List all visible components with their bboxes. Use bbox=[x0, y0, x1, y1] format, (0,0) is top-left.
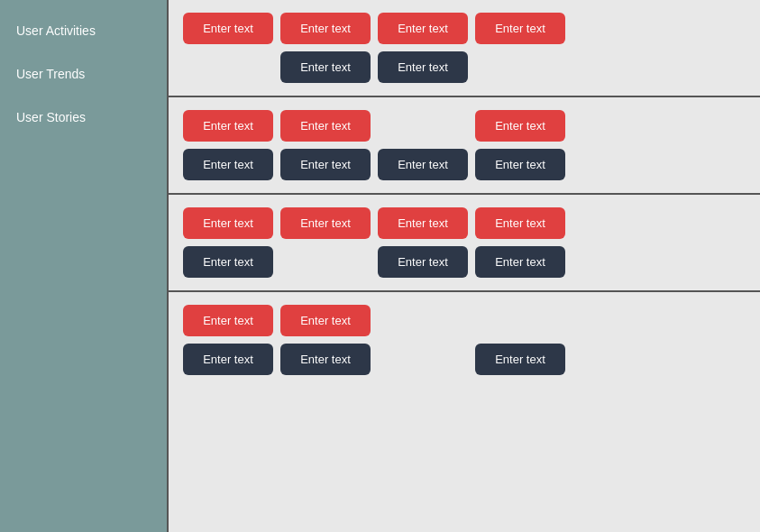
button-3-0-1[interactable]: Enter text bbox=[280, 305, 371, 336]
button-0-1-2[interactable]: Enter text bbox=[378, 51, 468, 83]
button-1-1-2[interactable]: Enter text bbox=[378, 149, 468, 180]
button-row-3-0: Enter textEnter textEnter textEnter text bbox=[183, 305, 746, 336]
button-1-0-3[interactable]: Enter text bbox=[475, 110, 565, 142]
button-0-1-1[interactable]: Enter text bbox=[280, 51, 371, 83]
sidebar-item-user-trends[interactable]: User Trends bbox=[0, 52, 167, 96]
section-0: Enter textEnter textEnter textEnter text… bbox=[169, 0, 760, 97]
button-row-0-1: Enter textEnter textEnter textEnter text bbox=[183, 51, 746, 83]
button-0-0-3[interactable]: Enter text bbox=[475, 13, 565, 44]
sidebar-item-user-activities[interactable]: User Activities bbox=[0, 9, 167, 52]
button-2-0-1[interactable]: Enter text bbox=[280, 207, 371, 239]
button-1-0-1[interactable]: Enter text bbox=[280, 110, 371, 142]
button-row-1-1: Enter textEnter textEnter textEnter text bbox=[183, 149, 746, 180]
button-row-3-1: Enter textEnter textEnter textEnter text bbox=[183, 344, 746, 375]
button-2-0-3[interactable]: Enter text bbox=[475, 207, 565, 239]
main-content: Enter textEnter textEnter textEnter text… bbox=[167, 0, 760, 532]
button-3-1-0[interactable]: Enter text bbox=[183, 344, 273, 375]
button-2-0-2[interactable]: Enter text bbox=[378, 207, 468, 239]
button-1-1-1[interactable]: Enter text bbox=[280, 149, 371, 180]
section-2: Enter textEnter textEnter textEnter text… bbox=[169, 195, 760, 292]
section-3: Enter textEnter textEnter textEnter text… bbox=[169, 292, 760, 388]
button-2-1-0[interactable]: Enter text bbox=[183, 246, 273, 278]
button-1-1-3[interactable]: Enter text bbox=[475, 149, 565, 180]
section-1: Enter textEnter textEnter textEnter text… bbox=[169, 97, 760, 195]
button-row-2-0: Enter textEnter textEnter textEnter text bbox=[183, 207, 746, 239]
button-0-0-2[interactable]: Enter text bbox=[378, 13, 468, 44]
sidebar-item-user-stories[interactable]: User Stories bbox=[0, 96, 167, 139]
button-2-0-0[interactable]: Enter text bbox=[183, 207, 273, 239]
button-1-1-0[interactable]: Enter text bbox=[183, 149, 273, 180]
button-0-0-1[interactable]: Enter text bbox=[280, 13, 371, 44]
button-2-1-3[interactable]: Enter text bbox=[475, 246, 565, 278]
button-row-1-0: Enter textEnter textEnter textEnter text bbox=[183, 110, 746, 142]
button-3-1-1[interactable]: Enter text bbox=[280, 344, 371, 375]
button-row-2-1: Enter textEnter textEnter textEnter text bbox=[183, 246, 746, 278]
button-3-1-3[interactable]: Enter text bbox=[475, 344, 565, 375]
sidebar: User Activities User Trends User Stories bbox=[0, 0, 167, 532]
button-row-0-0: Enter textEnter textEnter textEnter text bbox=[183, 13, 746, 44]
button-2-1-2[interactable]: Enter text bbox=[378, 246, 468, 278]
button-3-0-0[interactable]: Enter text bbox=[183, 305, 273, 336]
button-0-0-0[interactable]: Enter text bbox=[183, 13, 273, 44]
button-1-0-0[interactable]: Enter text bbox=[183, 110, 273, 142]
